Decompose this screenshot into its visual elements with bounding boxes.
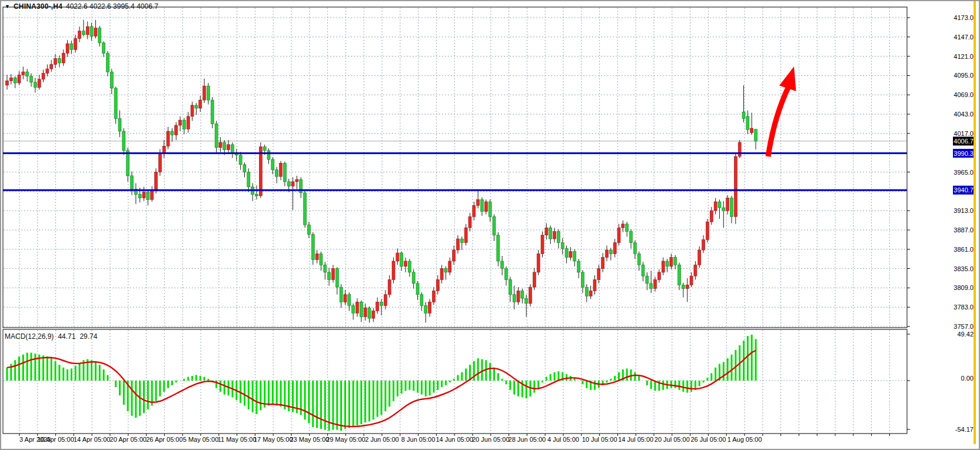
- svg-text:10 Apr 05:00: 10 Apr 05:00: [37, 436, 74, 443]
- svg-text:3835.0: 3835.0: [954, 265, 974, 272]
- svg-text:20 Jun 05:00: 20 Jun 05:00: [472, 436, 510, 443]
- macd-plot-area: [3, 329, 907, 434]
- svg-text:11 May 05:00: 11 May 05:00: [218, 436, 257, 443]
- svg-text:3913.0: 3913.0: [954, 207, 974, 214]
- svg-text:3940.7: 3940.7: [954, 186, 974, 194]
- svg-text:4006.7: 4006.7: [954, 138, 974, 145]
- svg-text:23 May 05:00: 23 May 05:00: [290, 436, 329, 443]
- svg-text:3861.0: 3861.0: [954, 246, 974, 253]
- svg-text:4095.0: 4095.0: [954, 72, 974, 79]
- svg-text:0.00: 0.00: [961, 375, 974, 382]
- svg-text:4017.0: 4017.0: [954, 130, 974, 137]
- price-axis: 4173.04147.04121.04095.04069.04043.04017…: [907, 14, 976, 433]
- svg-text:1 Aug 05:00: 1 Aug 05:00: [727, 436, 762, 443]
- svg-text:14 Jul 05:00: 14 Jul 05:00: [618, 436, 653, 443]
- svg-text:3887.0: 3887.0: [954, 226, 974, 234]
- svg-text:3783.0: 3783.0: [954, 304, 974, 311]
- symbol-ohlc-values: 4022.6 4022.6 3995.4 4006.7: [66, 2, 158, 11]
- svg-text:20 Apr 05:00: 20 Apr 05:00: [110, 436, 147, 443]
- svg-text:14 Apr 05:00: 14 Apr 05:00: [74, 436, 110, 443]
- svg-text:2 Jun 05:00: 2 Jun 05:00: [365, 436, 399, 443]
- svg-text:28 Jun 05:00: 28 Jun 05:00: [509, 436, 546, 443]
- svg-text:8 Jun 05:00: 8 Jun 05:00: [401, 436, 436, 443]
- date-axis: 3 Apr 202310 Apr 05:0014 Apr 05:0020 Apr…: [19, 434, 889, 443]
- chart-symbol-header: ▼ CHINA300-,H4 4022.6 4022.6 3995.4 4006…: [5, 2, 158, 11]
- svg-text:-54.17: -54.17: [955, 426, 974, 433]
- svg-text:4173.0: 4173.0: [954, 14, 974, 21]
- svg-text:26 Apr 05:00: 26 Apr 05:00: [146, 436, 182, 443]
- svg-text:4147.0: 4147.0: [954, 34, 974, 41]
- right-edge-strip: [974, 1, 976, 444]
- macd-indicator-label: MACD(12,26,9) 44.71 29.74: [5, 332, 97, 341]
- svg-text:10 Jul 05:00: 10 Jul 05:00: [582, 436, 617, 443]
- svg-text:20 Jul 05:00: 20 Jul 05:00: [655, 436, 690, 443]
- svg-text:4043.0: 4043.0: [954, 111, 974, 118]
- svg-text:4121.0: 4121.0: [954, 53, 974, 60]
- svg-text:3965.0: 3965.0: [954, 169, 974, 176]
- main-plot-area: [3, 7, 907, 328]
- svg-text:49.42: 49.42: [957, 331, 974, 338]
- svg-text:3990.3: 3990.3: [954, 150, 974, 157]
- svg-text:26 Jul 05:00: 26 Jul 05:00: [690, 436, 726, 443]
- svg-text:14 Jun 05:00: 14 Jun 05:00: [436, 436, 473, 443]
- symbol-label: CHINA300-,H4: [14, 2, 62, 11]
- svg-text:4 Jul 05:00: 4 Jul 05:00: [547, 436, 579, 443]
- symbol-dropdown-icon[interactable]: ▼: [5, 4, 10, 9]
- mt4-chart-window: 4173.04147.04121.04095.04069.04043.04017…: [0, 0, 980, 450]
- price-chart-canvas: 4173.04147.04121.04095.04069.04043.04017…: [0, 0, 980, 450]
- svg-text:17 May 05:00: 17 May 05:00: [254, 436, 293, 443]
- svg-text:4069.0: 4069.0: [954, 91, 974, 98]
- svg-text:5 May 05:00: 5 May 05:00: [183, 436, 219, 443]
- macd-signal-value: 29.74: [79, 332, 97, 341]
- macd-main-value: 44.71: [58, 332, 75, 341]
- svg-text:3757.0: 3757.0: [954, 323, 974, 330]
- svg-text:29 May 05:00: 29 May 05:00: [326, 436, 366, 443]
- macd-name: MACD(12,26,9): [5, 332, 54, 341]
- svg-text:3809.0: 3809.0: [954, 284, 974, 291]
